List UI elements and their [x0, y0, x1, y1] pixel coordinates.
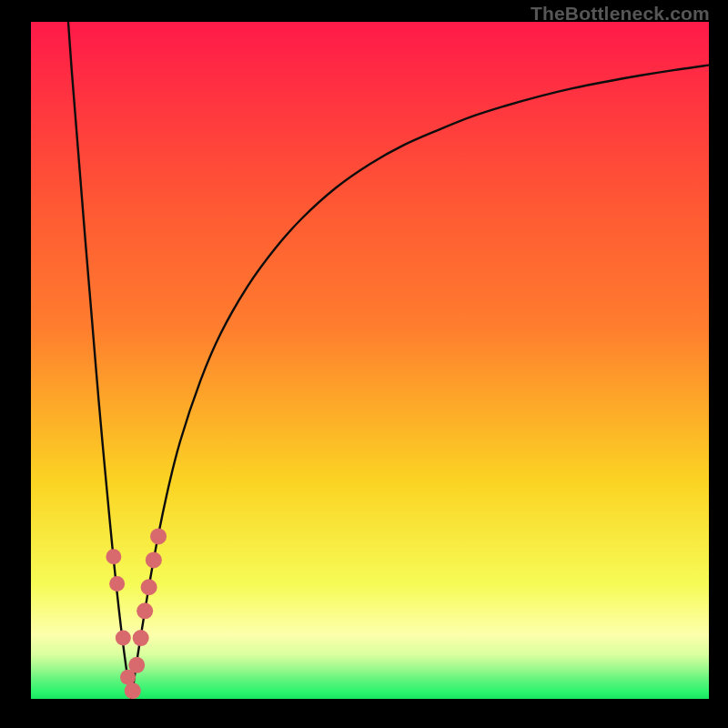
data-marker — [116, 631, 131, 646]
data-marker — [128, 657, 145, 673]
data-marker — [133, 630, 149, 646]
curve-left-branch — [68, 22, 131, 699]
data-marker — [136, 602, 153, 619]
data-marker — [150, 528, 167, 544]
plot-area — [31, 22, 709, 699]
curve-right-branch — [131, 66, 709, 699]
chart-frame: TheBottleneck.com — [0, 0, 728, 728]
data-marker — [146, 551, 162, 568]
data-marker — [109, 576, 125, 592]
curve-layer — [31, 22, 709, 699]
data-marker — [141, 579, 157, 595]
data-marker — [106, 549, 121, 564]
watermark-text: TheBottleneck.com — [531, 3, 710, 25]
data-marker — [125, 682, 141, 699]
